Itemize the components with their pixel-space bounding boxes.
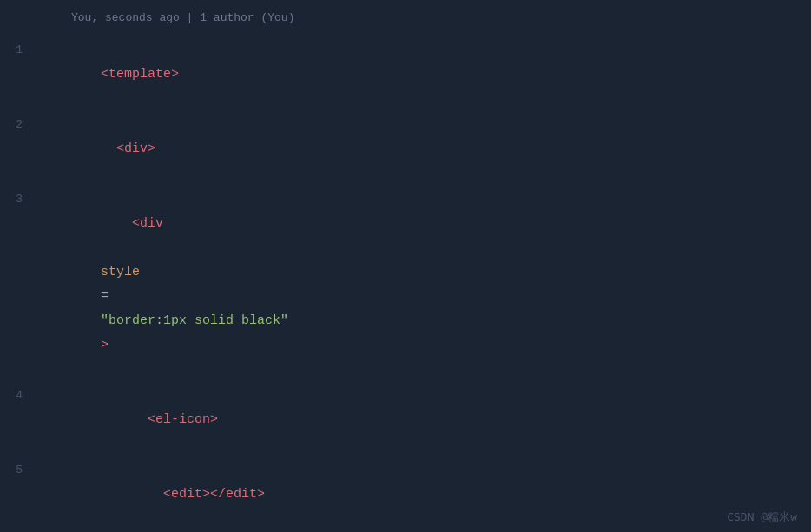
tag-el-icon-open: <el-icon>: [101, 412, 218, 427]
line-content-5: <edit></edit>: [33, 458, 811, 531]
line-content-4: <el-icon>: [33, 384, 811, 456]
tag-span: <template>: [101, 67, 179, 82]
code-line-5: 5 <edit></edit>: [0, 457, 811, 532]
line-num-2: 2: [0, 118, 33, 131]
attr-name-style: style: [101, 265, 140, 279]
top-info-line: You, seconds ago | 1 author (You): [0, 0, 811, 37]
equals: =: [101, 289, 109, 304]
attr-value-style: "border:1px solid black": [101, 313, 288, 328]
tag-span: <div>: [101, 141, 155, 156]
code-line-2: 2 <div>: [0, 112, 811, 187]
line-num-1: 1: [0, 43, 33, 56]
line-num-5: 5: [0, 463, 33, 476]
editor-container: You, seconds ago | 1 author (You) 1 <tem…: [0, 0, 811, 532]
code-line-1: 1 <template>: [0, 37, 811, 112]
code-area: You, seconds ago | 1 author (You) 1 <tem…: [0, 0, 811, 532]
code-line-3: 3 <div style = "border:1px solid black" …: [0, 187, 811, 383]
line-num-4: 4: [0, 389, 33, 402]
watermark-text: CSDN @糯米w: [727, 509, 797, 525]
space: [101, 240, 109, 255]
line-num-3: 3: [0, 193, 33, 206]
tag-edit: <edit></edit>: [101, 487, 265, 502]
code-line-4: 4 <el-icon>: [0, 383, 811, 457]
line-content-3: <div style = "border:1px solid black" >: [33, 187, 811, 382]
tag-span: <div: [101, 216, 163, 231]
line-content-1: <template>: [33, 38, 811, 111]
top-info-text: You, seconds ago | 1 author (You): [33, 1, 811, 36]
line-content-2: <div>: [33, 113, 811, 186]
tag-close: >: [101, 338, 109, 352]
